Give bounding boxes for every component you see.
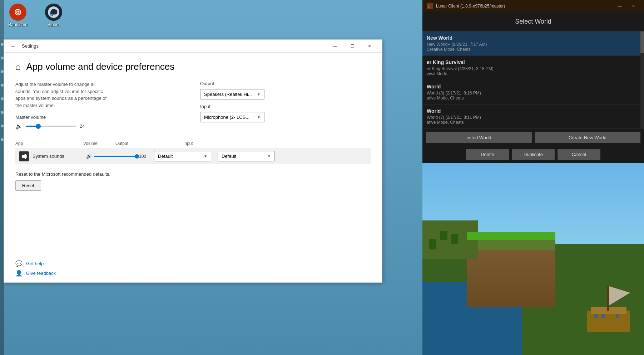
world-name-2: er King Survival xyxy=(427,59,636,65)
output-label: Output xyxy=(200,81,371,86)
input-dropdown-value: Microphone (2- LCS... xyxy=(204,115,249,120)
system-sounds-slider[interactable] xyxy=(94,156,137,157)
mc-tree3 xyxy=(451,234,458,244)
reset-button[interactable]: Reset xyxy=(15,180,41,191)
svg-rect-16 xyxy=(601,314,605,318)
input-dropdown[interactable]: Microphone (2- LCS... ▼ xyxy=(200,112,264,122)
slider-thumb[interactable] xyxy=(36,124,41,129)
select-world-area: Select World New World New World-- (9/29… xyxy=(422,12,644,355)
output-dropdown-arrow: ▼ xyxy=(257,92,261,96)
volume-row: 🔈 24 xyxy=(15,123,186,130)
reset-section: Reset to the Microsoft recommended defau… xyxy=(15,171,371,191)
lunar-icon: L xyxy=(427,3,433,9)
col-vol-header: Volume xyxy=(83,141,112,146)
output-input-col: Output Speakers (Realtek Hi... ▼ Input M… xyxy=(200,81,371,130)
desktop-icon-bandicam[interactable]: Bandicam xyxy=(4,4,32,27)
duplicate-world-button[interactable]: Duplicate xyxy=(512,149,555,160)
give-feedback-label: Give feedback xyxy=(26,271,56,276)
settings-layout: Adjust the master volume to change all s… xyxy=(15,81,371,130)
home-icon: ⌂ xyxy=(15,62,21,72)
svg-rect-13 xyxy=(607,286,609,311)
col-inp-header: Input xyxy=(183,141,248,146)
world-detail-3a: World (8) (2/17/21, 8:16 PM) xyxy=(427,91,636,96)
volume-icon: 🔈 xyxy=(15,123,23,130)
mc-ship xyxy=(580,282,637,336)
taskbar-dot-4 xyxy=(1,84,4,87)
system-sounds-vol-value: 100 xyxy=(139,154,149,159)
lunar-minimize-btn[interactable]: — xyxy=(613,1,626,11)
master-volume-label: Master volume xyxy=(15,115,186,120)
page-header: ⌂ App volume and device preferences xyxy=(15,61,371,72)
select-world-title: Select World xyxy=(422,12,644,31)
lunar-title-text: Lunar Client (1.8.9-e976b25/master) xyxy=(436,4,505,9)
description-text: Adjust the master volume to change all s… xyxy=(15,81,108,109)
taskbar-dot-3 xyxy=(1,70,4,73)
bandicam-label: Bandicam xyxy=(8,22,27,27)
system-sounds-slider-row: 🔊 100 xyxy=(86,154,150,159)
desktop-icon-steam[interactable]: Steam xyxy=(39,4,68,27)
lunar-close-btn[interactable]: ✕ xyxy=(627,1,640,11)
world-item-2[interactable]: er King Survival er King Survival (4/28/… xyxy=(422,56,640,80)
world-name-3: World xyxy=(427,84,636,89)
taskbar-dot-7 xyxy=(1,125,4,127)
world-item-1[interactable]: New World New World-- (9/29/21, 7:17 AM)… xyxy=(422,31,640,56)
description-col: Adjust the master volume to change all s… xyxy=(15,81,186,130)
world-item-3[interactable]: World World (8) (2/17/21, 8:16 PM) ative… xyxy=(422,80,640,104)
world-detail-2a: er King Survival (4/28/21, 3:18 PM) xyxy=(427,66,636,71)
create-new-world-button[interactable]: Create New World xyxy=(535,132,640,143)
restore-button[interactable]: ❐ xyxy=(344,41,361,52)
system-sounds-icon xyxy=(19,151,29,161)
world-list: New World New World-- (9/29/21, 7:17 AM)… xyxy=(422,31,640,129)
get-help-icon: 💬 xyxy=(15,260,23,267)
svg-point-3 xyxy=(17,11,19,13)
get-help-label: Get help xyxy=(26,261,44,266)
world-detail-2b: vival Mode xyxy=(427,71,636,76)
give-feedback-link[interactable]: 👤 Give feedback xyxy=(15,270,56,277)
output-dropdown-value: Speakers (Realtek Hi... xyxy=(204,92,252,97)
close-button[interactable]: ✕ xyxy=(361,41,378,52)
back-button[interactable]: ← xyxy=(8,42,18,50)
taskbar-dot-8 xyxy=(1,138,4,141)
lunar-titlebar: L Lunar Client (1.8.9-e976b25/master) — … xyxy=(422,0,644,12)
world-detail-1b: Creative Mode, Cheats xyxy=(427,47,636,52)
titlebar-left: ← Settings xyxy=(8,42,39,50)
world-list-container: New World New World-- (9/29/21, 7:17 AM)… xyxy=(422,31,644,129)
reset-description: Reset to the Microsoft recommended defau… xyxy=(15,171,371,177)
svg-marker-14 xyxy=(609,286,630,305)
bandicam-icon xyxy=(9,4,26,21)
system-sounds-fill xyxy=(94,156,137,157)
world-detail-4b: ative Mode, Cheats xyxy=(427,120,636,125)
col-app-header: App xyxy=(15,141,80,146)
minecraft-scene xyxy=(422,163,644,355)
system-sounds-vol-icon: 🔊 xyxy=(86,154,92,159)
taskbar-dot-6 xyxy=(1,111,4,114)
system-sounds-input-dropdown[interactable]: Default ▼ xyxy=(218,151,275,161)
table-header: App Volume Output Input xyxy=(15,141,371,146)
steam-icon xyxy=(45,4,62,21)
system-sounds-thumb[interactable] xyxy=(135,154,139,159)
taskbar-dot-2 xyxy=(1,57,4,59)
svg-text:L: L xyxy=(428,4,430,8)
selected-world-button[interactable]: ected World xyxy=(426,132,532,143)
world-item-4[interactable]: World World (7) (2/17/21, 8:11 PM) ative… xyxy=(422,104,640,129)
world-scrollbar-thumb[interactable] xyxy=(640,31,644,53)
col-out-header: Output xyxy=(115,141,180,146)
minimize-button[interactable]: — xyxy=(327,41,343,52)
sys-inp-arrow: ▼ xyxy=(267,154,271,158)
output-dropdown[interactable]: Speakers (Realtek Hi... ▼ xyxy=(200,89,264,99)
delete-world-button[interactable]: Delete xyxy=(466,149,509,160)
steam-label: Steam xyxy=(48,22,60,27)
world-scrollbar[interactable] xyxy=(640,31,644,129)
master-volume-slider[interactable] xyxy=(26,126,76,127)
system-sounds-output-val: Default xyxy=(158,154,173,159)
taskbar-dot-1 xyxy=(1,43,4,46)
mc-grass xyxy=(467,232,555,239)
lunar-win-controls: — ✕ xyxy=(613,1,640,11)
settings-content: ⌂ App volume and device preferences Adju… xyxy=(4,53,382,282)
mc-cliff xyxy=(467,240,555,307)
cancel-world-button[interactable]: Cancel xyxy=(558,149,600,160)
system-sounds-output-dropdown[interactable]: Default ▼ xyxy=(154,151,211,161)
give-feedback-icon: 👤 xyxy=(15,270,23,277)
get-help-link[interactable]: 💬 Get help xyxy=(15,260,56,267)
desktop: Bandicam Steam ← xyxy=(0,0,644,355)
